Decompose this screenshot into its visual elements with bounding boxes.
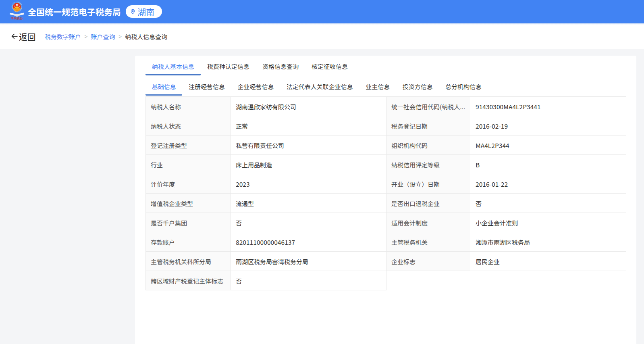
svg-text:中国税务: 中国税务: [11, 16, 23, 20]
